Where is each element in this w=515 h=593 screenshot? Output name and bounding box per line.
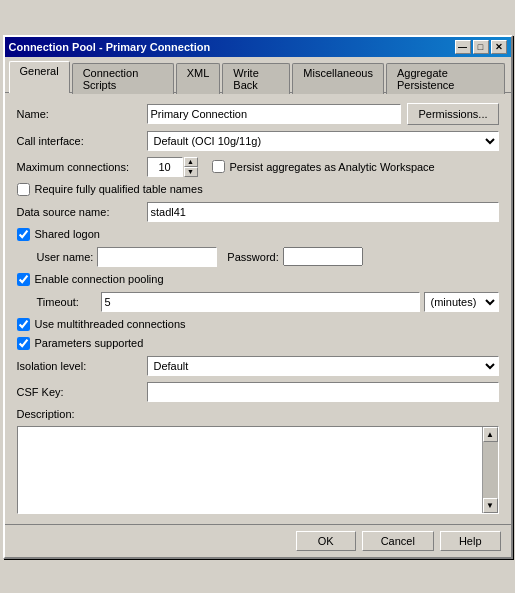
- shared-logon-label: Shared logon: [35, 228, 100, 240]
- call-interface-select[interactable]: Default (OCI 10g/11g) OCI 10g/11g OCI 9i: [147, 131, 499, 151]
- enable-pooling-checkbox[interactable]: [17, 273, 30, 286]
- max-connections-row: Maximum connections: ▲ ▼ Persist aggrega…: [17, 157, 499, 177]
- csf-key-row: CSF Key:: [17, 382, 499, 402]
- scroll-up-button[interactable]: ▲: [483, 427, 498, 442]
- isolation-label: Isolation level:: [17, 360, 147, 372]
- parameters-row: Parameters supported: [17, 337, 499, 350]
- spinner-buttons: ▲ ▼: [184, 157, 198, 177]
- require-fqtn-label: Require fully qualified table names: [35, 183, 203, 195]
- datasource-row: Data source name:: [17, 202, 499, 222]
- max-connections-input[interactable]: [147, 157, 183, 177]
- scroll-track: [483, 442, 498, 498]
- isolation-select[interactable]: Default Read Committed Serializable: [147, 356, 499, 376]
- timeout-row: Timeout: (minutes) (seconds): [37, 292, 499, 312]
- shared-logon-checkbox[interactable]: [17, 228, 30, 241]
- username-input[interactable]: [97, 247, 217, 267]
- maximize-button[interactable]: □: [473, 40, 489, 54]
- tab-connection-scripts[interactable]: Connection Scripts: [72, 63, 174, 94]
- require-fqtn-row: Require fully qualified table names: [17, 183, 499, 196]
- permissions-button[interactable]: Permissions...: [407, 103, 498, 125]
- title-bar: Connection Pool - Primary Connection — □…: [5, 37, 511, 57]
- scroll-down-button[interactable]: ▼: [483, 498, 498, 513]
- max-connections-spinner: ▲ ▼: [147, 157, 198, 177]
- tab-miscellaneous[interactable]: Miscellaneous: [292, 63, 384, 94]
- description-label: Description:: [17, 408, 75, 420]
- timeout-label: Timeout:: [37, 296, 97, 308]
- tab-aggregate-persistence[interactable]: Aggregate Persistence: [386, 63, 505, 94]
- call-interface-row: Call interface: Default (OCI 10g/11g) OC…: [17, 131, 499, 151]
- tab-bar: General Connection Scripts XML Write Bac…: [5, 57, 511, 93]
- multithreaded-checkbox[interactable]: [17, 318, 30, 331]
- username-label: User name:: [37, 251, 94, 263]
- datasource-label: Data source name:: [17, 206, 147, 218]
- parameters-checkbox[interactable]: [17, 337, 30, 350]
- description-label-row: Description:: [17, 408, 499, 420]
- csf-key-input[interactable]: [147, 382, 499, 402]
- main-window: Connection Pool - Primary Connection — □…: [3, 35, 513, 559]
- tab-write-back[interactable]: Write Back: [222, 63, 290, 94]
- call-interface-label: Call interface:: [17, 135, 147, 147]
- tab-content: Name: Permissions... Call interface: Def…: [5, 93, 511, 524]
- help-button[interactable]: Help: [440, 531, 501, 551]
- timeout-unit-select[interactable]: (minutes) (seconds): [424, 292, 499, 312]
- spinner-up-button[interactable]: ▲: [184, 157, 198, 167]
- require-fqtn-checkbox[interactable]: [17, 183, 30, 196]
- cancel-button[interactable]: Cancel: [362, 531, 434, 551]
- name-row: Name: Permissions...: [17, 103, 499, 125]
- password-input[interactable]: [283, 247, 363, 266]
- minimize-button[interactable]: —: [455, 40, 471, 54]
- datasource-input[interactable]: [147, 202, 499, 222]
- enable-pooling-row: Enable connection pooling: [17, 273, 499, 286]
- window-title: Connection Pool - Primary Connection: [9, 41, 211, 53]
- ok-button[interactable]: OK: [296, 531, 356, 551]
- close-button[interactable]: ✕: [491, 40, 507, 54]
- credentials-row: User name: Password:: [37, 247, 499, 267]
- persist-aggregates-checkbox[interactable]: [212, 160, 225, 173]
- footer: OK Cancel Help: [5, 524, 511, 557]
- parameters-label: Parameters supported: [35, 337, 144, 349]
- password-label: Password:: [227, 251, 278, 263]
- isolation-row: Isolation level: Default Read Committed …: [17, 356, 499, 376]
- csf-key-label: CSF Key:: [17, 386, 147, 398]
- description-textarea[interactable]: [18, 427, 482, 513]
- name-label: Name:: [17, 108, 147, 120]
- tab-general[interactable]: General: [9, 61, 70, 93]
- multithreaded-label: Use multithreaded connections: [35, 318, 186, 330]
- multithreaded-row: Use multithreaded connections: [17, 318, 499, 331]
- enable-pooling-label: Enable connection pooling: [35, 273, 164, 285]
- max-connections-label: Maximum connections:: [17, 161, 147, 173]
- shared-logon-row: Shared logon: [17, 228, 499, 241]
- tab-xml[interactable]: XML: [176, 63, 221, 94]
- persist-aggregates-label: Persist aggregates as Analytic Workspace: [230, 161, 435, 173]
- description-container: ▲ ▼: [17, 426, 499, 514]
- spinner-down-button[interactable]: ▼: [184, 167, 198, 177]
- title-bar-buttons: — □ ✕: [455, 40, 507, 54]
- name-input[interactable]: [147, 104, 402, 124]
- description-scrollbar: ▲ ▼: [482, 427, 498, 513]
- timeout-input[interactable]: [101, 292, 420, 312]
